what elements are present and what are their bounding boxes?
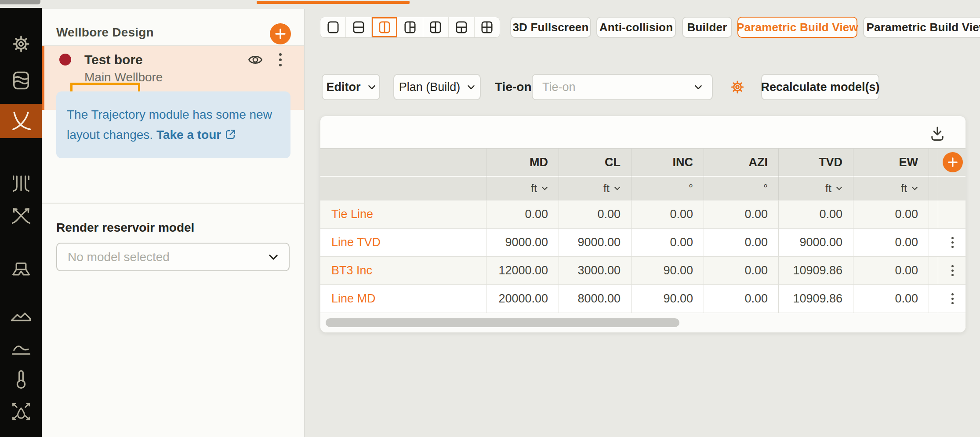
cell-md[interactable]: 9000.00 (486, 229, 559, 256)
cell-azi[interactable]: 0.00 (704, 200, 778, 228)
units-actions (938, 176, 966, 200)
cell-tvd[interactable]: 10909.86 (778, 257, 853, 284)
sidebar-item-temperature[interactable] (0, 362, 42, 397)
thermometer-icon (10, 368, 33, 391)
layout-left-split-right-pane[interactable] (423, 17, 449, 37)
row-actions (938, 200, 966, 228)
layout-left-pane-right-split[interactable] (397, 17, 423, 37)
add-wellbore-button[interactable] (270, 23, 291, 44)
cell-inc[interactable]: 90.00 (631, 257, 704, 284)
sidebar-item-fluids[interactable] (0, 394, 42, 429)
builder-button[interactable]: Builder (682, 17, 732, 38)
cell-inc[interactable]: 90.00 (631, 285, 704, 313)
wellbore-name: Test bore (84, 52, 143, 67)
cell-ew[interactable]: 0.00 (853, 257, 929, 284)
section-label[interactable]: Line TVD (320, 229, 486, 256)
section-label[interactable]: Tie Line (320, 200, 486, 228)
layout-single-icon (326, 20, 341, 35)
sidebar-item-surface[interactable] (0, 330, 42, 364)
cell-inc[interactable]: 0.00 (631, 200, 704, 228)
horizontal-scrollbar[interactable] (326, 318, 679, 327)
column-header-tvd[interactable]: TVD (778, 149, 853, 176)
section-label[interactable]: BT3 Inc (320, 257, 486, 284)
layout-left-pane-right-split-icon (403, 20, 417, 35)
unit-select-tvd[interactable]: ft (778, 176, 853, 200)
selected-accent-bar (42, 46, 44, 110)
cell-md[interactable]: 0.00 (486, 200, 559, 228)
editor-dropdown[interactable]: Editor (322, 74, 380, 100)
header-actions (938, 149, 966, 176)
sidebar-item-flow-lines[interactable] (0, 166, 42, 200)
recalculate-models-button[interactable]: Recalculate model(s) (761, 74, 879, 100)
unit-select-ew[interactable]: ft (853, 176, 929, 200)
plan-dropdown[interactable]: Plan (Build) (393, 74, 481, 100)
wellbore-menu-button[interactable] (274, 51, 287, 69)
parametric-build-view-button[interactable]: Parametric Build View (863, 17, 980, 38)
row-spacer (929, 229, 938, 256)
sidebar-item-anti-collision-paths[interactable] (0, 198, 42, 233)
cell-inc[interactable]: 0.00 (631, 229, 704, 256)
layout-split-horizontal[interactable] (346, 17, 371, 37)
export-table-button[interactable] (929, 125, 946, 142)
unit-select-md[interactable]: ft (486, 176, 559, 200)
sidebar-item-formations[interactable] (0, 63, 42, 98)
parametric-build-table: MD CL INC AZI TVD EW ft ft ° ° ft ft (320, 116, 966, 333)
column-header-cl[interactable]: CL (559, 149, 631, 176)
row-menu-button[interactable] (951, 265, 954, 276)
unit-inc: ° (631, 176, 704, 200)
reservoir-model-select[interactable]: No model selected (56, 243, 290, 271)
cell-ew[interactable]: 0.00 (853, 229, 929, 256)
sidebar-item-terrain[interactable] (0, 299, 42, 333)
take-a-tour-link[interactable]: Take a tour (156, 128, 221, 142)
cell-tvd[interactable]: 10909.86 (778, 285, 853, 313)
kebab-icon (951, 265, 954, 267)
section-label[interactable]: Line MD (320, 285, 486, 313)
column-header-azi[interactable]: AZI (704, 149, 778, 176)
cell-cl[interactable]: 3000.00 (559, 257, 631, 284)
sidebar-item-settings[interactable] (0, 27, 42, 61)
notice-line1: The Trajectory module has some new (67, 108, 272, 121)
3d-fullscreen-button[interactable]: 3D Fullscreen (510, 17, 591, 38)
trajectory-icon (9, 109, 33, 133)
layout-split-horizontal-icon (351, 20, 366, 35)
cell-ew[interactable]: 0.00 (853, 200, 929, 228)
row-menu-button[interactable] (951, 237, 954, 248)
cell-azi[interactable]: 0.00 (704, 257, 778, 284)
cell-tvd[interactable]: 0.00 (778, 200, 853, 228)
cell-cl[interactable]: 8000.00 (559, 285, 631, 313)
table-row: BT3 Inc 12000.00 3000.00 90.00 0.00 1090… (320, 256, 965, 284)
chevron-down-icon (694, 85, 702, 90)
column-header-inc[interactable]: INC (631, 149, 704, 176)
cell-md[interactable]: 20000.00 (486, 285, 559, 313)
cell-tvd[interactable]: 9000.00 (778, 229, 853, 256)
tie-on-settings-button[interactable] (729, 78, 746, 96)
cell-cl[interactable]: 9000.00 (559, 229, 631, 256)
layout-split-vertical[interactable] (372, 17, 397, 37)
column-header-ew[interactable]: EW (853, 149, 929, 176)
notice-line2: layout changes. (67, 128, 156, 142)
layout-top-pane-bottom-split[interactable] (449, 17, 474, 37)
chevron-down-icon (614, 186, 621, 190)
layout-grid-four[interactable] (475, 17, 500, 37)
cell-ew[interactable]: 0.00 (853, 285, 929, 313)
cell-md[interactable]: 12000.00 (486, 257, 559, 284)
cell-cl[interactable]: 0.00 (559, 200, 631, 228)
layout-single-pane[interactable] (320, 17, 346, 37)
visibility-toggle[interactable] (247, 52, 263, 68)
anti-collision-button[interactable]: Anti-collision (596, 17, 676, 38)
unit-select-cl[interactable]: ft (559, 176, 631, 200)
casing-icon (10, 259, 33, 282)
chevron-down-icon (541, 186, 548, 190)
row-menu-button[interactable] (951, 293, 954, 304)
table-scroll-zone (320, 313, 965, 333)
sidebar-item-trajectory[interactable] (0, 104, 42, 138)
trajectory-main-area: 3D Fullscreen Anti-collision Builder Par… (305, 0, 980, 437)
cell-azi[interactable]: 0.00 (704, 285, 778, 313)
parametric-build-view-button-active[interactable]: Parametric Build View (737, 17, 857, 38)
add-section-button[interactable] (943, 152, 963, 172)
column-header-md[interactable]: MD (486, 149, 559, 176)
tie-on-select[interactable]: Tie-on (532, 74, 713, 100)
sidebar-item-casing[interactable] (0, 253, 42, 288)
chevron-down-icon (269, 254, 278, 260)
cell-azi[interactable]: 0.00 (704, 229, 778, 256)
